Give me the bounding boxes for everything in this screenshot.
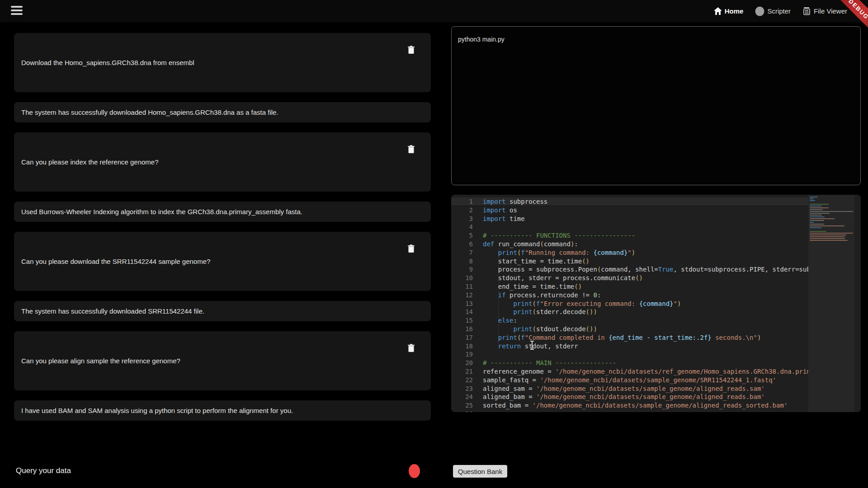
minimap-line bbox=[810, 204, 829, 205]
trash-icon[interactable] bbox=[407, 344, 415, 353]
line-number: 24 bbox=[451, 393, 473, 401]
editor-line[interactable]: 3import time bbox=[451, 215, 808, 223]
minimap-line bbox=[810, 235, 846, 235]
editor-scrollbar[interactable] bbox=[854, 195, 861, 412]
editor-minimap[interactable] bbox=[808, 195, 854, 412]
editor-line[interactable]: 1import subprocess bbox=[451, 197, 808, 206]
editor-line[interactable]: 5# ----------- FUNCTIONS ---------------… bbox=[451, 231, 808, 240]
minimap-line bbox=[810, 224, 824, 225]
user-message-card: Can you please align sample the referenc… bbox=[14, 331, 431, 390]
line-number: 5 bbox=[451, 231, 473, 240]
message-text: Can you please download the SRR11542244 … bbox=[14, 257, 242, 266]
code-editor[interactable]: 1import subprocess2import os3import time… bbox=[451, 195, 861, 412]
editor-line[interactable]: 2import os bbox=[451, 206, 808, 215]
minimap-line bbox=[810, 218, 835, 219]
editor-line[interactable]: 6def run_command(command): bbox=[451, 240, 808, 249]
minimap-line bbox=[810, 215, 822, 216]
line-number: 9 bbox=[451, 265, 473, 274]
editor-line[interactable]: 26 bbox=[451, 410, 808, 412]
chat-history: Download the Homo_sapiens.GRCh38.dna fro… bbox=[14, 33, 431, 431]
editor-line[interactable]: 20# ----------- MAIN ---------------- bbox=[451, 359, 808, 367]
line-number: 11 bbox=[451, 282, 473, 291]
editor-line[interactable]: 7 print(f"Running command: {command}") bbox=[451, 249, 808, 257]
code-text: end_time = time.time() bbox=[483, 282, 808, 291]
menu-icon[interactable] bbox=[11, 6, 24, 16]
editor-line[interactable]: 4 bbox=[451, 223, 808, 231]
file-viewer-icon bbox=[802, 7, 811, 15]
nav-item-label: Scripter bbox=[767, 7, 791, 15]
trash-icon[interactable] bbox=[407, 46, 415, 55]
line-number: 21 bbox=[451, 367, 473, 376]
code-text: if process.returncode != 0: bbox=[483, 291, 808, 300]
code-text bbox=[483, 350, 808, 359]
app-window: Home Scripter bbox=[0, 0, 868, 488]
code-text: def run_command(command): bbox=[483, 240, 808, 249]
editor-line[interactable]: 11 end_time = time.time() bbox=[451, 282, 808, 291]
record-status-dot[interactable] bbox=[409, 464, 420, 478]
line-number: 19 bbox=[451, 350, 473, 359]
editor-lines: 1import subprocess2import os3import time… bbox=[451, 197, 808, 412]
line-number: 13 bbox=[451, 300, 473, 308]
code-text bbox=[483, 223, 808, 231]
editor-line[interactable]: 22sample_fastq = '/home/genome_ncbi/data… bbox=[451, 376, 808, 385]
query-your-data-label: Query your data bbox=[16, 466, 71, 475]
assistant-message-card: I have used BAM and SAM analysis using a… bbox=[14, 400, 431, 421]
line-number: 3 bbox=[451, 215, 473, 223]
editor-line[interactable]: 8 start_time = time.time() bbox=[451, 257, 808, 266]
minimap-line bbox=[810, 216, 825, 217]
user-message-card: Download the Homo_sapiens.GRCh38.dna fro… bbox=[14, 33, 431, 92]
minimap-line bbox=[810, 236, 845, 237]
editor-line[interactable]: 24aligned_bam = '/home/genome_ncbi/datas… bbox=[451, 393, 808, 401]
user-message-card: Can you please index the reference genom… bbox=[14, 132, 431, 192]
code-text: sample_fastq = '/home/genome_ncbi/datase… bbox=[483, 376, 808, 385]
code-text: print(f"Error executing command: {comman… bbox=[483, 300, 808, 308]
minimap-line bbox=[810, 209, 823, 210]
line-number: 7 bbox=[451, 249, 473, 257]
user-message-card: Can you please download the SRR11542244 … bbox=[14, 232, 431, 291]
minimap-line bbox=[810, 231, 826, 232]
line-number: 22 bbox=[451, 376, 473, 385]
line-number: 17 bbox=[451, 333, 473, 342]
line-number: 6 bbox=[451, 240, 473, 249]
circle-icon bbox=[755, 6, 764, 16]
editor-line[interactable]: 19 bbox=[451, 350, 808, 359]
minimap-line bbox=[810, 213, 830, 214]
trash-icon[interactable] bbox=[407, 145, 415, 154]
nav-item-file-viewer[interactable]: File Viewer bbox=[802, 7, 847, 15]
editor-line[interactable]: 12 if process.returncode != 0: bbox=[451, 291, 808, 300]
editor-line[interactable]: 18 return stdout, stderr bbox=[451, 342, 808, 351]
minimap-line bbox=[810, 227, 821, 228]
home-icon bbox=[714, 7, 722, 15]
code-text: import os bbox=[483, 206, 808, 215]
line-number: 10 bbox=[451, 274, 473, 282]
trash-icon[interactable] bbox=[407, 244, 415, 253]
nav-item-home[interactable]: Home bbox=[714, 7, 744, 15]
minimap-line bbox=[810, 240, 848, 241]
editor-line[interactable]: 25sorted_bam = '/home/genome_ncbi/datase… bbox=[451, 401, 808, 410]
code-text: process = subprocess.Popen(command, shel… bbox=[483, 265, 808, 274]
question-bank-button[interactable]: Question Bank bbox=[453, 465, 507, 478]
message-text: The system has successfully downloaded H… bbox=[14, 108, 310, 117]
editor-line[interactable]: 14 print(stderr.decode()) bbox=[451, 308, 808, 316]
code-text bbox=[483, 410, 808, 412]
editor-line[interactable]: 13 print(f"Error executing command: {com… bbox=[451, 300, 808, 308]
line-number: 16 bbox=[451, 325, 473, 333]
assistant-message-card: The system has successfully downloaded H… bbox=[14, 102, 431, 122]
message-text: Can you please align sample the referenc… bbox=[14, 357, 212, 366]
line-number: 18 bbox=[451, 342, 473, 351]
code-text: start_time = time.time() bbox=[483, 257, 808, 266]
editor-line[interactable]: 21reference_genome = '/home/genome_ncbi/… bbox=[451, 367, 808, 376]
line-number: 2 bbox=[451, 206, 473, 215]
editor-line[interactable]: 16 print(stdout.decode()) bbox=[451, 325, 808, 333]
editor-line[interactable]: 15 else: bbox=[451, 316, 808, 325]
editor-line[interactable]: 9 process = subprocess.Popen(command, sh… bbox=[451, 265, 808, 274]
message-text: Used Burrows-Wheeler Indexing algorithm … bbox=[14, 207, 334, 216]
editor-line[interactable]: 23aligned_sam = '/home/genome_ncbi/datas… bbox=[451, 385, 808, 393]
editor-line[interactable]: 10 stdout, stderr = process.communicate(… bbox=[451, 274, 808, 282]
nav-item-scripter[interactable]: Scripter bbox=[755, 6, 791, 16]
code-text: import subprocess bbox=[483, 197, 808, 206]
terminal-output-panel[interactable]: python3 main.py bbox=[451, 26, 861, 185]
code-text: print(stdout.decode()) bbox=[483, 325, 808, 333]
editor-line[interactable]: 17 print(f"Command completed in {end_tim… bbox=[451, 333, 808, 342]
code-text: print(stderr.decode()) bbox=[483, 308, 808, 316]
